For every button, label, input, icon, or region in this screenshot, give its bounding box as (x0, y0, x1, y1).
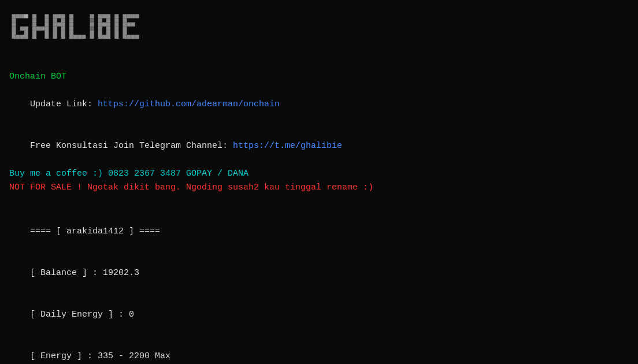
svg-rect-3 (24, 14, 28, 18)
svg-rect-76 (114, 27, 118, 31)
svg-rect-51 (81, 35, 86, 39)
svg-rect-71 (102, 35, 106, 39)
energy-line: [ Energy ] : 335 - 2200 Max (9, 336, 629, 364)
svg-rect-21 (36, 27, 40, 31)
svg-rect-33 (61, 18, 65, 23)
svg-rect-72 (106, 35, 110, 39)
energy-value: 335 - 2200 Max (98, 351, 170, 361)
svg-rect-73 (114, 14, 118, 18)
energy-label: Energy (40, 351, 72, 361)
svg-rect-78 (114, 35, 118, 39)
svg-rect-17 (32, 23, 36, 27)
svg-rect-40 (61, 31, 65, 35)
svg-rect-2 (20, 14, 24, 18)
svg-rect-10 (20, 35, 24, 39)
svg-rect-68 (98, 31, 102, 35)
svg-rect-34 (53, 23, 57, 27)
svg-rect-74 (114, 18, 118, 23)
svg-rect-81 (131, 14, 135, 18)
svg-rect-38 (61, 27, 65, 31)
svg-rect-23 (44, 14, 49, 18)
not-for-sale-line: NOT FOR SALE ! Ngotak dikit bang. Ngodin… (9, 181, 629, 195)
update-link-prefix: Update Link: (30, 99, 98, 109)
svg-rect-59 (102, 14, 106, 18)
svg-rect-27 (44, 31, 49, 35)
svg-rect-15 (32, 14, 36, 18)
svg-rect-20 (32, 35, 36, 39)
telegram-line: Free Konsultasi Join Telegram Channel: h… (9, 125, 629, 167)
svg-rect-0 (12, 14, 16, 18)
svg-rect-41 (53, 35, 57, 39)
svg-rect-32 (53, 18, 57, 23)
svg-rect-45 (69, 23, 73, 27)
balance-label: Balance (40, 268, 77, 278)
svg-rect-9 (16, 35, 20, 39)
divider (9, 199, 629, 211)
svg-rect-7 (12, 31, 16, 35)
username-header: ==== [ arakida1412 ] ==== (9, 211, 629, 252)
svg-rect-47 (69, 31, 73, 35)
svg-rect-25 (44, 23, 49, 27)
svg-rect-46 (69, 27, 73, 31)
svg-rect-83 (123, 18, 127, 23)
github-link[interactable]: https://github.com/adearman/onchain (98, 99, 280, 109)
svg-rect-42 (61, 35, 65, 39)
svg-rect-63 (98, 23, 102, 27)
svg-rect-19 (32, 31, 36, 35)
svg-rect-5 (12, 23, 16, 27)
svg-rect-56 (90, 31, 94, 35)
svg-rect-39 (53, 31, 57, 35)
update-link-line: Update Link: https://github.com/adearman… (9, 84, 629, 125)
svg-rect-58 (98, 14, 102, 18)
svg-rect-92 (135, 35, 139, 39)
logo-container (9, 12, 629, 61)
svg-rect-35 (57, 23, 61, 27)
svg-rect-86 (131, 23, 135, 27)
svg-rect-13 (24, 27, 28, 31)
svg-rect-54 (90, 23, 94, 27)
svg-rect-70 (98, 35, 102, 39)
svg-rect-50 (77, 35, 81, 39)
svg-rect-65 (106, 23, 110, 27)
svg-rect-4 (12, 18, 16, 23)
svg-rect-89 (123, 35, 127, 39)
svg-rect-57 (90, 35, 94, 39)
daily-energy-label: Daily Energy (40, 310, 103, 320)
svg-rect-82 (135, 14, 139, 18)
ghalibie-logo (9, 12, 215, 58)
svg-rect-66 (98, 27, 102, 31)
daily-energy-value: 0 (129, 310, 134, 320)
svg-rect-12 (24, 31, 28, 35)
header-info: Onchain BOT Update Link: https://github.… (9, 70, 629, 195)
balance-value: 19202.3 (103, 268, 139, 278)
svg-rect-43 (69, 14, 73, 18)
svg-rect-79 (123, 14, 127, 18)
svg-rect-53 (90, 18, 94, 23)
svg-rect-77 (114, 31, 118, 35)
svg-rect-75 (114, 23, 118, 27)
telegram-link[interactable]: https://t.me/ghalibie (233, 141, 342, 151)
svg-rect-30 (57, 14, 61, 18)
svg-rect-18 (32, 27, 36, 31)
svg-rect-36 (61, 23, 65, 27)
svg-rect-37 (53, 27, 57, 31)
svg-rect-61 (98, 18, 102, 23)
svg-rect-80 (127, 14, 131, 18)
svg-rect-84 (123, 23, 127, 27)
svg-rect-69 (106, 31, 110, 35)
svg-rect-52 (90, 14, 94, 18)
svg-rect-6 (12, 27, 16, 31)
svg-rect-24 (44, 18, 49, 23)
svg-rect-22 (40, 27, 44, 31)
svg-rect-85 (127, 23, 131, 27)
svg-rect-11 (24, 35, 28, 39)
svg-rect-8 (12, 35, 16, 39)
svg-rect-29 (53, 14, 57, 18)
svg-rect-44 (69, 18, 73, 23)
svg-rect-26 (44, 27, 49, 31)
svg-rect-64 (102, 23, 106, 27)
coffee-line: Buy me a coffee :) 0823 2367 3487 GOPAY … (9, 167, 629, 181)
svg-rect-1 (16, 14, 20, 18)
balance-line: [ Balance ] : 19202.3 (9, 252, 629, 294)
svg-rect-60 (106, 14, 110, 18)
